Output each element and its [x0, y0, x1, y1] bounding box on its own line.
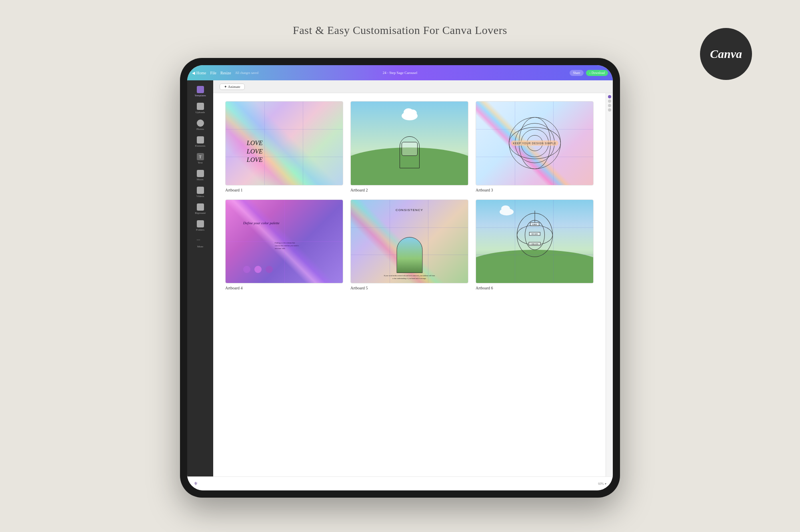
- sidebar-label-more: More: [197, 245, 203, 248]
- chevron-left-icon: ◀: [192, 71, 195, 75]
- ab6-sphere-container: LIKE SHARE CREATE: [513, 208, 557, 262]
- sidebar-label-uploads: Uploads: [196, 111, 205, 114]
- uploads-icon: [197, 103, 204, 110]
- ab2-cloud: [402, 112, 418, 120]
- document-title: 24 - Step Sage Carousel: [383, 71, 417, 75]
- sidebar-item-folders[interactable]: Folders: [189, 218, 211, 234]
- artboard-5-item: CONSISTENCY If your social media content…: [350, 199, 468, 291]
- artboard-4-label: Artboard 4: [225, 286, 343, 290]
- main-area: Templates Uploads Photos Elements T Text: [187, 80, 613, 476]
- elements-icon: [197, 136, 204, 143]
- save-status: All changes saved: [235, 71, 258, 75]
- ab6-create-label: CREATE: [528, 242, 541, 245]
- tablet-screen: ◀ Home File Resize All changes saved 24 …: [187, 65, 613, 490]
- ab4-main-text: Define your color palette: [243, 221, 280, 226]
- artboard-2-canvas[interactable]: [350, 101, 468, 185]
- sidebar-label-templates: Templates: [194, 94, 206, 97]
- templates-icon: [197, 86, 204, 93]
- sidebar-item-templates[interactable]: Templates: [189, 84, 211, 100]
- videos-icon: [197, 187, 204, 194]
- ab4-sub-text: Finding a color schema that conveys the …: [275, 241, 299, 250]
- sidebar-item-text[interactable]: T Text: [189, 151, 211, 167]
- animate-bar: ✦ Animate: [213, 80, 613, 93]
- zoom-controls: 60% ▾: [598, 482, 606, 486]
- artboard-3-canvas[interactable]: KEEP YOUR DESIGN SIMPLE: [476, 101, 594, 185]
- artboard-4-canvas[interactable]: Define your color palette Finding a colo…: [225, 199, 343, 284]
- ab5-title: CONSISTENCY: [396, 208, 423, 212]
- animate-button[interactable]: ✦ Animate: [220, 84, 245, 90]
- artboards-grid: LOVELOVELOVE Artboard 1: [225, 101, 594, 290]
- artboard-2-item: Artboard 2: [350, 101, 468, 192]
- sidebar-item-music[interactable]: Music: [189, 167, 211, 183]
- sidebar-label-folders: Folders: [196, 228, 204, 231]
- sidebar-label-music: Music: [197, 178, 204, 181]
- ab3-center-text: KEEP YOUR DESIGN SIMPLE: [511, 141, 558, 146]
- top-bar-actions: Share ↓ Download: [570, 70, 608, 76]
- sidebar-item-uploads[interactable]: Uploads: [189, 100, 211, 116]
- resize-nav[interactable]: Resize: [220, 71, 231, 75]
- page-dot-3[interactable]: [608, 104, 611, 107]
- sidebar-item-more[interactable]: ··· More: [189, 235, 211, 251]
- ab1-text: LOVELOVELOVE: [247, 139, 263, 164]
- sidebar-label-elements: Elements: [195, 144, 205, 147]
- artboard-3-label: Artboard 3: [476, 188, 594, 192]
- sidebar-label-text: Text: [198, 161, 202, 164]
- bottom-bar: ⚜ 60% ▾: [187, 476, 613, 490]
- ab5-body-text: If your social media content looks and f…: [384, 275, 436, 280]
- canva-badge: Canva: [700, 28, 752, 80]
- ab2-hands: [402, 142, 418, 156]
- ab6-like-label: LIKE: [530, 223, 539, 226]
- tablet-frame: ◀ Home File Resize All changes saved 24 …: [180, 58, 620, 498]
- artboard-2-label: Artboard 2: [350, 188, 468, 192]
- share-button[interactable]: Share: [570, 70, 583, 76]
- download-button[interactable]: ↓ Download: [586, 70, 608, 76]
- artboard-3-item: KEEP YOUR DESIGN SIMPLE Artboard 3: [476, 101, 594, 192]
- sidebar: Templates Uploads Photos Elements T Text: [187, 80, 213, 476]
- top-bar: ◀ Home File Resize All changes saved 24 …: [187, 65, 613, 80]
- sidebar-label-biground: Biground: [195, 211, 205, 215]
- artboard-5-canvas[interactable]: CONSISTENCY If your social media content…: [350, 199, 468, 284]
- ab6-cloud: [500, 208, 514, 215]
- sidebar-item-photos[interactable]: Photos: [189, 117, 211, 133]
- ab4-dots: [243, 266, 273, 273]
- sidebar-label-videos: Videos: [196, 195, 204, 198]
- artboard-5-label: Artboard 5: [350, 286, 468, 290]
- file-nav[interactable]: File: [210, 71, 216, 75]
- home-nav[interactable]: ◀ Home: [192, 71, 206, 75]
- ab6-share-label: SHARE: [529, 232, 540, 236]
- ab1-rainbow: [225, 101, 343, 185]
- photos-icon: [197, 120, 204, 127]
- page-title: Fast & Easy Customisation For Canva Love…: [0, 0, 800, 37]
- music-icon: [197, 170, 204, 177]
- biground-icon: [197, 203, 204, 211]
- bottom-logo: ⚜: [194, 481, 198, 487]
- page-dot-2[interactable]: [608, 100, 611, 103]
- page-dot-1[interactable]: [608, 95, 611, 98]
- sidebar-item-biground[interactable]: Biground: [189, 201, 211, 217]
- folders-icon: [197, 220, 204, 227]
- artboard-1-item: LOVELOVELOVE Artboard 1: [225, 101, 343, 192]
- artboard-1-canvas[interactable]: LOVELOVELOVE: [225, 101, 343, 185]
- artboard-1-label: Artboard 1: [225, 188, 343, 192]
- artboard-4-item: Define your color palette Finding a colo…: [225, 199, 343, 291]
- artboard-6-item: LIKE SHARE CREATE: [476, 199, 594, 291]
- sidebar-item-elements[interactable]: Elements: [189, 134, 211, 150]
- artboard-6-label: Artboard 6: [476, 286, 594, 290]
- canvas-content: LOVELOVELOVE Artboard 1: [213, 93, 606, 476]
- ab5-arch: [396, 237, 422, 273]
- right-panel: [606, 93, 613, 476]
- more-icon: ···: [197, 237, 204, 244]
- sidebar-label-photos: Photos: [196, 128, 204, 131]
- artboard-6-canvas[interactable]: LIKE SHARE CREATE: [476, 199, 594, 284]
- sidebar-item-videos[interactable]: Videos: [189, 184, 211, 200]
- text-icon: T: [197, 153, 204, 160]
- canva-badge-text: Canva: [710, 47, 742, 61]
- page-dot-4[interactable]: [608, 108, 611, 112]
